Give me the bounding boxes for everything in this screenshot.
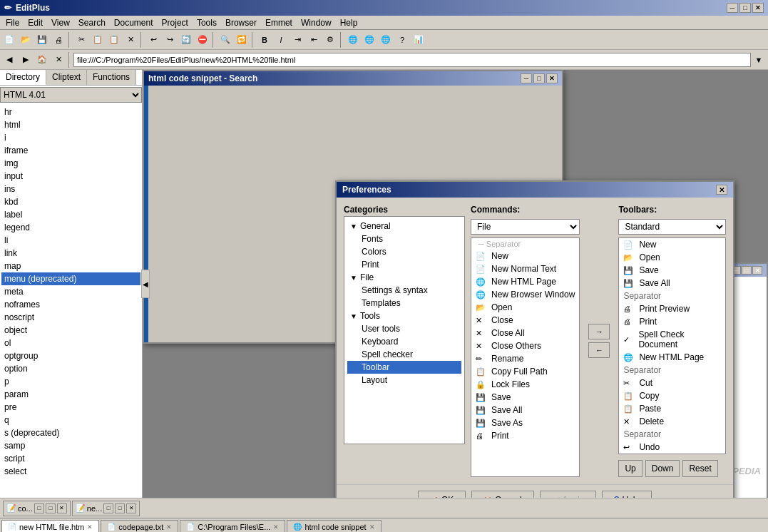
tb-refresh[interactable]: 🔄: [178, 32, 194, 48]
toolbar-list-item[interactable]: ✓Spell Check Document: [619, 328, 725, 351]
toolbar-list-item[interactable]: 📋Paste: [619, 402, 725, 415]
taskbar-tab[interactable]: 📄codepage.txt✕: [101, 520, 178, 533]
tb-cut[interactable]: ✂: [73, 32, 89, 48]
command-item[interactable]: 📄New: [471, 250, 579, 262]
tb-save[interactable]: 💾: [34, 32, 50, 48]
command-item[interactable]: ✏Rename: [471, 352, 579, 365]
sidebar-item[interactable]: script: [1, 452, 140, 465]
tab-close-button[interactable]: ✕: [126, 503, 136, 513]
tb-redo[interactable]: ↪: [162, 32, 178, 48]
command-item[interactable]: 🖨Print: [471, 429, 579, 442]
menu-window[interactable]: Window: [297, 16, 336, 29]
sidebar-item[interactable]: noframes: [1, 298, 140, 311]
address-dropdown-btn[interactable]: ▼: [751, 52, 767, 68]
tab-shrink-button[interactable]: □: [34, 503, 44, 513]
sidebar-item[interactable]: legend: [1, 221, 140, 234]
toolbar-list-item[interactable]: 🖨Print Preview: [619, 302, 725, 315]
apply-button[interactable]: ◀ Apply: [540, 491, 596, 498]
taskbar-tab[interactable]: 📄C:\Program Files\E...✕: [180, 520, 285, 533]
sidebar-item[interactable]: s (deprecated): [1, 426, 140, 439]
tab-close-button[interactable]: ✕: [57, 503, 67, 513]
sidebar-item[interactable]: select: [1, 465, 140, 478]
tb-browser2[interactable]: 🌐: [378, 32, 394, 48]
tb-undo[interactable]: ↩: [145, 32, 161, 48]
tb-extra[interactable]: 📊: [411, 32, 426, 48]
commands-dropdown[interactable]: File: [471, 219, 580, 235]
tab-expand-button[interactable]: □: [115, 503, 125, 513]
sidebar-item[interactable]: hr: [1, 106, 140, 118]
sidebar-item[interactable]: param: [1, 388, 140, 401]
menu-emmet[interactable]: Emmet: [261, 16, 297, 29]
reset-button[interactable]: Reset: [682, 460, 717, 477]
sidebar-item[interactable]: pre: [1, 401, 140, 414]
toolbar-list-item[interactable]: Separator: [619, 364, 725, 377]
toolbar-list-item[interactable]: 📋Copy: [619, 389, 725, 402]
toolbar-list-item[interactable]: Separator: [619, 428, 725, 441]
tb-copy[interactable]: 📋: [90, 32, 106, 48]
sidebar-dropdown[interactable]: HTML 4.01: [0, 87, 142, 103]
command-item[interactable]: 📂Open: [471, 301, 579, 314]
tb-paste[interactable]: 📋: [106, 32, 122, 48]
sidebar-item[interactable]: p: [1, 375, 140, 388]
tb-open[interactable]: 📂: [18, 32, 34, 48]
tb-back[interactable]: ◀: [1, 52, 17, 68]
toolbar-list-item[interactable]: 💾Save All: [619, 277, 725, 290]
tb-new[interactable]: 📄: [1, 32, 17, 48]
sidebar-item[interactable]: i: [1, 131, 140, 144]
sidebar-item[interactable]: optgroup: [1, 349, 140, 362]
sidebar-item[interactable]: img: [1, 157, 140, 170]
tb-home[interactable]: 🏠: [34, 52, 50, 68]
tb-preview[interactable]: 🌐: [345, 32, 361, 48]
sidebar-item[interactable]: samp: [1, 439, 140, 452]
sidebar-item[interactable]: kbd: [1, 195, 140, 208]
command-item[interactable]: ─ Separator: [471, 238, 579, 250]
tb-clear[interactable]: ✕: [51, 52, 66, 68]
tb-delete[interactable]: ✕: [123, 32, 138, 48]
editor-tab[interactable]: 📝co...□□✕: [3, 501, 71, 516]
sidebar-item[interactable]: ins: [1, 183, 140, 195]
command-item[interactable]: 📄New Normal Text: [471, 262, 579, 275]
tb-settings[interactable]: ⚙: [322, 32, 338, 48]
menu-help[interactable]: Help: [336, 16, 362, 29]
toolbar-list-item[interactable]: 📂Open: [619, 251, 725, 264]
taskbar-tab[interactable]: 🌐html code snippet✕: [287, 520, 381, 533]
taskbar-tab[interactable]: 📄new HTML file.htm✕: [1, 520, 99, 533]
command-item[interactable]: 💾Save All: [471, 404, 579, 416]
sidebar-tab-cliptext[interactable]: Cliptext: [46, 70, 87, 85]
sidebar-item[interactable]: meta: [1, 285, 140, 298]
sidebar-item[interactable]: ol: [1, 337, 140, 349]
sidebar-tab-functions[interactable]: Functions: [87, 70, 136, 85]
remove-from-toolbar-button[interactable]: ←: [588, 342, 610, 358]
toolbar-list-item[interactable]: ✂Cut: [619, 377, 725, 389]
category-item[interactable]: Toolbar: [347, 361, 461, 374]
toolbar-list-item[interactable]: ✕Delete: [619, 415, 725, 428]
command-item[interactable]: ✕Close Others: [471, 339, 579, 352]
command-item[interactable]: 📋Copy Full Path: [471, 365, 579, 378]
help-button[interactable]: ? Help: [602, 491, 652, 498]
tab-shrink-button[interactable]: □: [103, 503, 113, 513]
bg-win-close[interactable]: ✕: [752, 266, 762, 275]
category-item[interactable]: Layout: [347, 374, 461, 387]
toolbar-list-item[interactable]: 🌐New HTML Page: [619, 351, 725, 364]
toolbar-list-item[interactable]: ↩Undo: [619, 441, 725, 454]
menu-browser[interactable]: Browser: [221, 16, 261, 29]
tb-indent[interactable]: ⇥: [290, 32, 305, 48]
category-item[interactable]: User tools: [347, 322, 461, 335]
tb-bold[interactable]: B: [257, 32, 272, 48]
tb-print[interactable]: 🖨: [51, 32, 66, 48]
toolbar-list-item[interactable]: 🖨Print: [619, 315, 725, 328]
tb-stop[interactable]: ⛔: [195, 32, 210, 48]
sidebar-item[interactable]: object: [1, 324, 140, 337]
category-item[interactable]: Fonts: [347, 232, 461, 245]
tb-forward[interactable]: ▶: [18, 52, 34, 68]
tb-italic[interactable]: I: [273, 32, 289, 48]
add-to-toolbar-button[interactable]: →: [588, 324, 610, 339]
sidebar-item[interactable]: link: [1, 247, 140, 260]
minimize-button[interactable]: ─: [727, 3, 738, 13]
tab-expand-button[interactable]: □: [46, 503, 56, 513]
tb-find[interactable]: 🔍: [217, 32, 233, 48]
toolbar-list-item[interactable]: Separator: [619, 290, 725, 302]
command-item[interactable]: 🌐New HTML Page: [471, 275, 579, 288]
search-maximize[interactable]: □: [533, 73, 545, 83]
category-item[interactable]: Print: [347, 258, 461, 271]
